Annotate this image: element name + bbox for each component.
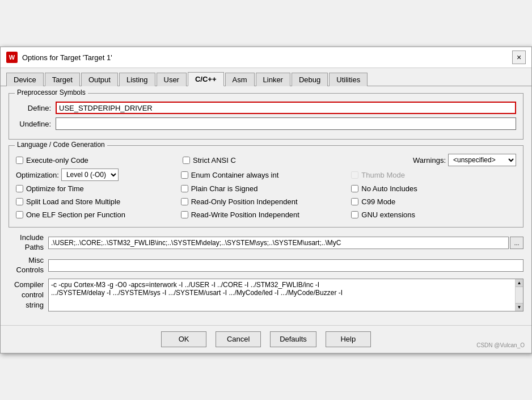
tab-linker[interactable]: Linker [256,73,290,86]
compiler-textarea-wrapper: -c -cpu Cortex-M3 -g -O0 -apcs=interwork… [48,279,523,311]
no-auto-includes-checkbox[interactable] [351,185,358,192]
execute-only-row: Execute-only Code [16,155,183,166]
col1-row2: Optimization: Level 0 (-O0)Level 1 (-O1)… [16,169,181,181]
split-load-row: Split Load and Store Multiple [16,196,181,207]
tab-device[interactable]: Device [6,73,44,86]
watermark: CSDN @Vulcan_O [476,342,525,348]
thumb-mode-label: Thumb Mode [361,171,405,179]
title-bar-left: W Options for Target 'Target 1' [6,52,112,63]
lang-row3: Optimize for Time Plain Char is Signed N… [16,183,516,194]
compiler-textarea[interactable]: -c -cpu Cortex-M3 -g -O0 -apcs=interwork… [49,279,515,311]
strict-ansi-checkbox[interactable] [183,157,190,164]
optimize-time-label: Optimize for Time [26,184,84,193]
preprocessor-group: Preprocessor Symbols Define: Undefine: [9,93,523,140]
col1-row1: Execute-only Code [16,155,183,166]
tab-cpp[interactable]: C/C++ [188,72,224,86]
defaults-button[interactable]: Defaults [270,331,316,347]
lang-row1: Execute-only Code Strict ANSI C Warnings… [16,154,516,166]
split-load-label: Split Load and Store Multiple [26,197,120,206]
include-paths-label: Include Paths [9,233,48,252]
undefine-input[interactable] [56,117,516,130]
col3-row5: GNU extensions [345,209,516,220]
compiler-scroll-up[interactable]: ▲ [516,279,523,287]
gnu-extensions-checkbox[interactable] [351,211,358,218]
readwrite-pos-row: Read-Write Position Independent [181,209,346,220]
col1-row4: Split Load and Store Multiple [16,196,181,207]
tab-output[interactable]: Output [81,73,118,86]
misc-controls-label: Misc Controls [9,256,48,275]
misc-controls-input[interactable] [48,259,523,272]
compiler-scrollbar: ▲ ▼ [515,279,523,311]
dialog-content: Preprocessor Symbols Define: Undefine: L… [1,86,531,322]
col3-row2: Thumb Mode [345,170,516,180]
tab-user[interactable]: User [157,73,187,86]
execute-only-label: Execute-only Code [26,156,88,165]
col2-row3: Plain Char is Signed [181,183,346,194]
tabs-bar: Device Target Output Listing User C/C++ … [1,68,531,86]
optimize-time-row: Optimize for Time [16,183,181,194]
tab-listing[interactable]: Listing [119,73,155,86]
c99-mode-label: C99 Mode [361,197,395,206]
define-row: Define: [16,102,516,114]
cancel-button[interactable]: Cancel [216,331,261,347]
close-button[interactable]: × [512,50,526,64]
col3-row4: C99 Mode [345,196,516,207]
undefine-row: Undefine: [16,117,516,130]
dialog-title: Options for Target 'Target 1' [22,53,112,62]
dialog-window: W Options for Target 'Target 1' × Device… [0,47,532,353]
strict-ansi-label: Strict ANSI C [193,156,236,165]
bottom-buttons: OK Cancel Defaults Help CSDN @Vulcan_O [1,325,531,353]
warnings-label: Warnings: [413,156,446,165]
app-icon: W [6,52,18,63]
warnings-select[interactable]: <unspecified>All WarningsNo Warnings [448,154,516,166]
readonly-pos-row: Read-Only Position Independent [181,196,346,207]
define-input[interactable] [56,102,516,114]
compiler-row: Compiler control string -c -cpu Cortex-M… [9,279,523,311]
readwrite-pos-label: Read-Write Position Independent [191,210,299,219]
execute-only-checkbox[interactable] [16,157,23,164]
c99-mode-checkbox[interactable] [351,198,358,205]
include-paths-row: Include Paths ... [9,233,523,252]
plain-char-row: Plain Char is Signed [181,183,346,194]
plain-char-label: Plain Char is Signed [191,184,258,193]
optimization-select[interactable]: Level 0 (-O0)Level 1 (-O1)Level 2 (-O2)L… [61,169,119,181]
lang-row2: Optimization: Level 0 (-O0)Level 1 (-O1)… [16,169,516,181]
enum-container-label: Enum Container always int [191,171,279,179]
ok-button[interactable]: OK [161,331,206,347]
col2-row1: Strict ANSI C [183,155,349,166]
include-paths-input[interactable] [48,237,509,249]
enum-container-row: Enum Container always int [181,170,346,180]
include-paths-browse-button[interactable]: ... [510,237,523,249]
optimize-time-checkbox[interactable] [16,185,23,192]
compiler-label: Compiler control string [9,279,48,311]
col2-row2: Enum Container always int [181,170,346,180]
enum-container-checkbox[interactable] [181,171,188,179]
one-elf-checkbox[interactable] [16,211,23,218]
one-elf-row: One ELF Section per Function [16,209,181,220]
tab-asm[interactable]: Asm [225,73,255,86]
help-button[interactable]: Help [326,331,371,347]
gnu-extensions-label: GNU extensions [361,210,415,219]
split-load-checkbox[interactable] [16,198,23,205]
thumb-mode-checkbox[interactable] [351,171,358,179]
optimization-label: Optimization: [16,171,59,179]
strict-ansi-row: Strict ANSI C [183,155,349,166]
tab-target[interactable]: Target [45,73,80,86]
undefine-label: Undefine: [16,120,56,128]
lang-row5: One ELF Section per Function Read-Write … [16,209,516,220]
col1-row5: One ELF Section per Function [16,209,181,220]
define-label: Define: [16,104,56,112]
col2-row5: Read-Write Position Independent [181,209,346,220]
tab-utilities[interactable]: Utilities [329,73,368,86]
language-content: Execute-only Code Strict ANSI C Warnings… [16,154,516,220]
col3-row3: No Auto Includes [345,183,516,194]
tab-debug[interactable]: Debug [292,73,328,86]
preprocessor-group-title: Preprocessor Symbols [15,89,88,96]
compiler-scroll-down[interactable]: ▼ [516,303,523,311]
language-group-title: Language / Code Generation [15,141,107,149]
readonly-pos-checkbox[interactable] [181,198,188,205]
readwrite-pos-checkbox[interactable] [181,211,188,218]
plain-char-checkbox[interactable] [181,185,188,192]
col3-row1: Warnings: <unspecified>All WarningsNo Wa… [349,154,516,166]
thumb-mode-row: Thumb Mode [351,170,516,180]
